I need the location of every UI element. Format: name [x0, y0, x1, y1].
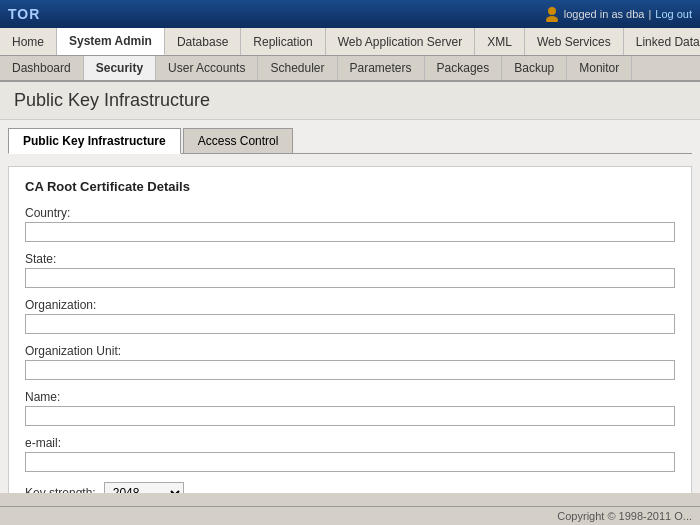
sub-tab-access-control[interactable]: Access Control: [183, 128, 294, 153]
key-strength-label: Key strength:: [25, 486, 96, 493]
country-label: Country:: [25, 206, 675, 220]
tab-web-app-server[interactable]: Web Application Server: [326, 28, 476, 55]
page-title-bar: Public Key Infrastructure: [0, 82, 700, 120]
logout-link[interactable]: Log out: [655, 8, 692, 20]
sub-tab-pki[interactable]: Public Key Infrastructure: [8, 128, 181, 154]
org-unit-input[interactable]: [25, 360, 675, 380]
name-input[interactable]: [25, 406, 675, 426]
page-title: Public Key Infrastructure: [14, 90, 686, 111]
tab-system-admin[interactable]: System Admin: [57, 28, 165, 55]
user-info: logged in as dba | Log out: [544, 6, 692, 22]
email-label: e-mail:: [25, 436, 675, 450]
organization-row: Organization:: [25, 298, 675, 334]
tab-xml[interactable]: XML: [475, 28, 525, 55]
app-title: TOR: [8, 6, 40, 22]
organization-label: Organization:: [25, 298, 675, 312]
secondary-nav: Dashboard Security User Accounts Schedul…: [0, 56, 700, 82]
name-row: Name:: [25, 390, 675, 426]
copyright-text: Copyright © 1998-2011 O...: [557, 510, 692, 522]
tab-replication[interactable]: Replication: [241, 28, 325, 55]
content-area: Public Key Infrastructure Access Control…: [0, 120, 700, 493]
footer: Copyright © 1998-2011 O...: [0, 506, 700, 525]
sub-tabs: Public Key Infrastructure Access Control: [8, 128, 692, 154]
state-label: State:: [25, 252, 675, 266]
email-row: e-mail:: [25, 436, 675, 472]
tab-packages[interactable]: Packages: [425, 56, 503, 80]
svg-point-0: [548, 7, 556, 15]
key-strength-row: Key strength: 1024 2048 4096: [25, 482, 675, 493]
svg-point-1: [546, 16, 558, 22]
tab-security[interactable]: Security: [84, 56, 156, 80]
tab-web-services[interactable]: Web Services: [525, 28, 624, 55]
state-input[interactable]: [25, 268, 675, 288]
section-title: CA Root Certificate Details: [25, 179, 675, 194]
name-label: Name:: [25, 390, 675, 404]
tab-user-accounts[interactable]: User Accounts: [156, 56, 258, 80]
tab-home[interactable]: Home: [0, 28, 57, 55]
ca-root-form: CA Root Certificate Details Country: Sta…: [8, 166, 692, 493]
tab-monitor[interactable]: Monitor: [567, 56, 632, 80]
email-input[interactable]: [25, 452, 675, 472]
tab-database[interactable]: Database: [165, 28, 241, 55]
tab-dashboard[interactable]: Dashboard: [0, 56, 84, 80]
org-unit-label: Organization Unit:: [25, 344, 675, 358]
organization-input[interactable]: [25, 314, 675, 334]
org-unit-row: Organization Unit:: [25, 344, 675, 380]
country-input[interactable]: [25, 222, 675, 242]
separator: |: [648, 8, 651, 20]
tab-scheduler[interactable]: Scheduler: [258, 56, 337, 80]
tab-parameters[interactable]: Parameters: [338, 56, 425, 80]
tab-backup[interactable]: Backup: [502, 56, 567, 80]
title-bar: TOR logged in as dba | Log out: [0, 0, 700, 28]
key-strength-select[interactable]: 1024 2048 4096: [104, 482, 184, 493]
logged-in-text: logged in as dba: [564, 8, 645, 20]
state-row: State:: [25, 252, 675, 288]
country-row: Country:: [25, 206, 675, 242]
user-icon: [544, 6, 560, 22]
primary-nav: Home System Admin Database Replication W…: [0, 28, 700, 56]
tab-linked-data[interactable]: Linked Data: [624, 28, 700, 55]
